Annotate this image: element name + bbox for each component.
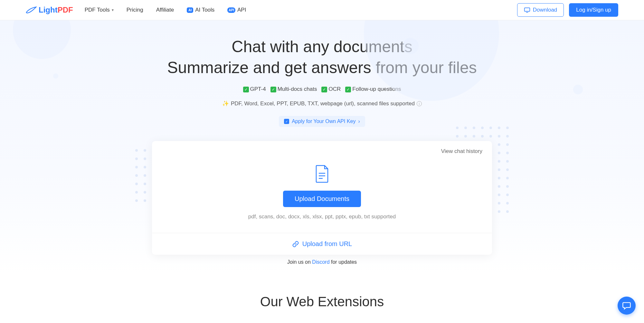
ai-badge-icon: AI: [187, 7, 193, 13]
chat-bubble-button[interactable]: [618, 297, 636, 315]
logo-text-light: Light: [39, 5, 58, 14]
logo-swoosh-icon: [26, 6, 37, 14]
bg-decoration: [402, 38, 419, 54]
nav-label: Affiliate: [156, 7, 174, 13]
nav-pdf-tools[interactable]: PDF Tools ▾: [85, 7, 114, 13]
nav: PDF Tools ▾ Pricing Affiliate AI AI Tool…: [85, 7, 246, 13]
supported-formats-text: pdf, scans, doc, docx, xls, xlsx, ppt, p…: [162, 214, 482, 220]
check-icon: ✓: [345, 87, 351, 92]
features-row: ✓GPT-4 ✓Multi-docs chats ✓OCR ✓Follow-up…: [0, 86, 644, 92]
nav-pricing[interactable]: Pricing: [127, 7, 143, 13]
discord-link[interactable]: Discord: [312, 259, 329, 265]
api-kb-icon: ✓: [284, 119, 289, 124]
download-button[interactable]: Download: [517, 3, 564, 17]
nav-label: PDF Tools: [85, 7, 110, 13]
logo-text-pdf: PDF: [58, 5, 73, 14]
info-icon[interactable]: i: [417, 101, 422, 106]
api-key-label: Apply for Your Own API Key: [292, 119, 355, 124]
hero-title: Chat with any documents Summarize and ge…: [0, 36, 644, 78]
upload-documents-button[interactable]: Upload Documents: [283, 191, 361, 207]
feature-item: ✓Multi-docs chats: [270, 86, 317, 92]
login-label: Log in/Sign up: [576, 7, 611, 13]
header-left: LightPDF PDF Tools ▾ Pricing Affiliate A…: [26, 5, 246, 14]
logo[interactable]: LightPDF: [26, 5, 73, 14]
header: LightPDF PDF Tools ▾ Pricing Affiliate A…: [0, 0, 644, 20]
api-key-pill[interactable]: ✓ Apply for Your Own API Key ›: [279, 116, 365, 127]
document-icon: [315, 165, 329, 183]
check-icon: ✓: [321, 87, 327, 92]
upload-card-top: View chat history Upload Documents pdf, …: [152, 141, 492, 233]
feature-item: ✓OCR: [321, 86, 341, 92]
nav-label: Pricing: [127, 7, 143, 13]
discord-row: Join us on Discord for updates: [152, 259, 492, 265]
nav-label: API: [237, 7, 246, 13]
upload-card: View chat history Upload Documents pdf, …: [152, 141, 492, 255]
download-label: Download: [533, 7, 557, 13]
hero: Chat with any documents Summarize and ge…: [0, 20, 644, 275]
check-icon: ✓: [243, 87, 249, 92]
upload-from-url-label: Upload from URL: [302, 240, 352, 248]
login-button[interactable]: Log in/Sign up: [569, 3, 618, 17]
nav-label: AI Tools: [195, 7, 214, 13]
nav-affiliate[interactable]: Affiliate: [156, 7, 174, 13]
sparkle-icon: ✨: [222, 100, 229, 107]
nav-api[interactable]: API API: [227, 7, 246, 13]
header-right: Download Log in/Sign up: [517, 3, 618, 17]
api-badge-icon: API: [227, 7, 235, 13]
extensions-title: Our Web Extensions: [0, 294, 644, 309]
monitor-icon: [524, 7, 530, 13]
feature-item: ✓GPT-4: [243, 86, 266, 92]
chevron-right-icon: ›: [358, 119, 360, 124]
discord-suffix: for updates: [330, 259, 357, 265]
extensions-section: Our Web Extensions Google Chrome Extensi…: [0, 275, 644, 323]
chat-icon: [622, 301, 631, 310]
nav-ai-tools[interactable]: AI AI Tools: [187, 7, 214, 13]
discord-prefix: Join us on: [287, 259, 312, 265]
chevron-down-icon: ▾: [112, 8, 114, 12]
upload-from-url-button[interactable]: Upload from URL: [152, 233, 492, 255]
view-history-link[interactable]: View chat history: [162, 148, 482, 155]
svg-rect-0: [524, 8, 530, 11]
bg-decoration: [573, 85, 583, 94]
bg-decoration: [53, 73, 58, 79]
support-text: PDF, Word, Excel, PPT, EPUB, TXT, webpag…: [231, 100, 415, 107]
check-icon: ✓: [270, 87, 276, 92]
link-icon: [292, 241, 299, 248]
support-row: ✨ PDF, Word, Excel, PPT, EPUB, TXT, webp…: [0, 100, 644, 107]
